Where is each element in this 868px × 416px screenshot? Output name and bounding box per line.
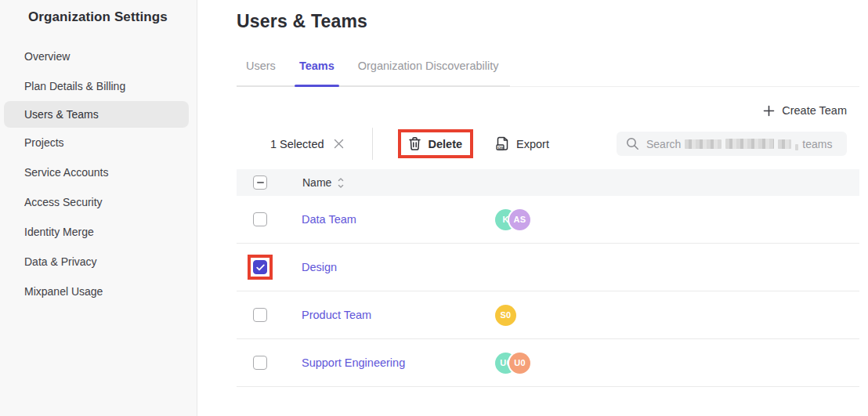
redacted-text bbox=[778, 139, 791, 149]
row-checkbox[interactable] bbox=[253, 260, 267, 274]
sidebar-item-overview[interactable]: Overview bbox=[0, 42, 197, 71]
svg-text:csv: csv bbox=[497, 146, 504, 150]
sidebar-item-mixpanel-usage[interactable]: Mixpanel Usage bbox=[0, 277, 197, 306]
checkbox-annotation-box bbox=[248, 255, 273, 280]
sidebar-nav: Overview Plan Details & Billing Users & … bbox=[0, 42, 197, 306]
avatar: AS bbox=[509, 209, 530, 230]
redacted-text bbox=[725, 139, 774, 149]
avatar-group: K AS bbox=[495, 209, 859, 230]
delete-annotation-box: Delete bbox=[398, 129, 474, 158]
toolbar-divider bbox=[372, 128, 373, 160]
row-checkbox[interactable] bbox=[253, 212, 267, 226]
row-checkbox[interactable] bbox=[253, 356, 267, 370]
team-name-link[interactable]: Product Team bbox=[302, 309, 495, 321]
avatar: S0 bbox=[495, 305, 516, 326]
name-column-header[interactable]: Name bbox=[302, 176, 495, 189]
team-name-link[interactable]: Support Engineering bbox=[302, 356, 495, 369]
sort-icon bbox=[338, 178, 344, 188]
redacted-text bbox=[795, 144, 798, 150]
team-name-link[interactable]: Data Team bbox=[302, 213, 495, 226]
delete-label: Delete bbox=[429, 138, 463, 150]
csv-file-icon: csv bbox=[496, 136, 509, 151]
app-window: Organization Settings Overview Plan Deta… bbox=[0, 0, 868, 416]
sidebar-item-projects[interactable]: Projects bbox=[0, 128, 197, 157]
table-header: Name bbox=[237, 169, 859, 196]
search-placeholder: Search teams bbox=[646, 138, 832, 150]
row-checkbox[interactable] bbox=[253, 308, 267, 322]
avatar: U0 bbox=[509, 353, 530, 374]
export-label: Export bbox=[516, 138, 549, 150]
search-icon bbox=[626, 137, 639, 150]
sidebar-item-plan-details-billing[interactable]: Plan Details & Billing bbox=[0, 71, 197, 101]
table-row: Product Team S0 bbox=[237, 291, 859, 339]
tab-teams[interactable]: Teams bbox=[298, 60, 335, 85]
sidebar: Organization Settings Overview Plan Deta… bbox=[0, 0, 197, 416]
avatar-group: U0 U0 bbox=[495, 353, 859, 374]
teams-table: Name Data Team K AS bbox=[237, 169, 859, 387]
clear-selection-button[interactable] bbox=[333, 138, 345, 150]
close-icon bbox=[333, 138, 345, 150]
avatar-group: S0 bbox=[495, 305, 859, 326]
sidebar-item-data-privacy[interactable]: Data & Privacy bbox=[0, 247, 197, 277]
selected-count: 1 Selected bbox=[270, 138, 324, 150]
page-title: Users & Teams bbox=[237, 11, 859, 32]
sidebar-item-access-security[interactable]: Access Security bbox=[0, 187, 197, 217]
create-team-row: Create Team bbox=[237, 104, 859, 117]
create-team-button[interactable]: Create Team bbox=[763, 104, 847, 117]
sidebar-title: Organization Settings bbox=[28, 9, 197, 25]
main-content: Users & Teams Users Teams Organization D… bbox=[197, 0, 868, 416]
create-team-label: Create Team bbox=[782, 104, 847, 117]
delete-button[interactable]: Delete bbox=[408, 136, 463, 151]
trash-icon bbox=[408, 136, 421, 151]
redacted-text bbox=[685, 139, 722, 149]
check-icon bbox=[256, 264, 265, 271]
sidebar-item-users-teams[interactable]: Users & Teams bbox=[4, 101, 189, 128]
tab-users[interactable]: Users bbox=[245, 60, 277, 85]
tab-organization-discoverability[interactable]: Organization Discoverability bbox=[357, 60, 500, 85]
sidebar-item-service-accounts[interactable]: Service Accounts bbox=[0, 157, 197, 187]
export-button[interactable]: csv Export bbox=[496, 136, 549, 151]
table-row: Support Engineering U0 U0 bbox=[237, 339, 859, 387]
select-all-checkbox[interactable] bbox=[253, 175, 267, 190]
search-input[interactable]: Search teams bbox=[617, 132, 847, 156]
sidebar-item-identity-merge[interactable]: Identity Merge bbox=[0, 217, 197, 247]
table-row: Design bbox=[237, 244, 859, 291]
tab-bar: Users Teams Organization Discoverability bbox=[237, 56, 859, 87]
table-row: Data Team K AS bbox=[237, 196, 859, 244]
selection-toolbar: 1 Selected Delete bbox=[237, 128, 859, 160]
tab-list: Users Teams Organization Discoverability bbox=[237, 56, 510, 87]
indeterminate-dash-icon bbox=[257, 182, 264, 183]
team-name-link[interactable]: Design bbox=[302, 261, 495, 273]
plus-icon bbox=[763, 105, 775, 117]
